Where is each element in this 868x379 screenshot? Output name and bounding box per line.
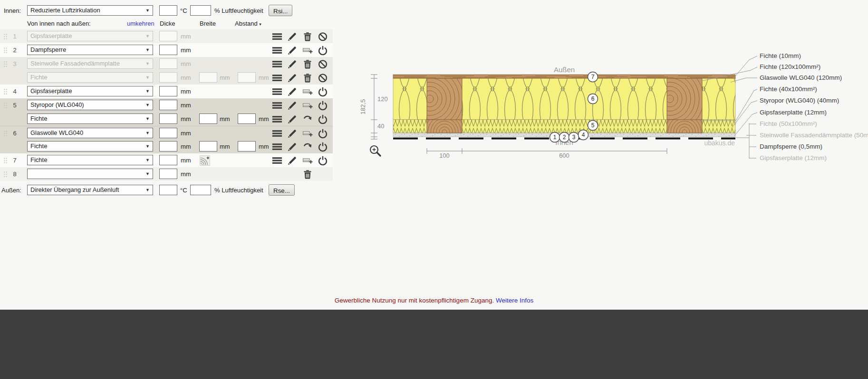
weitere-infos-link[interactable]: Weitere Infos (496, 297, 533, 304)
delete-icon[interactable] (302, 169, 313, 180)
insert-layer-icon[interactable] (302, 86, 313, 97)
material-select[interactable]: Gipsfaserplatte▼ (27, 86, 153, 96)
reverse-link[interactable]: umkehren (127, 20, 154, 27)
insert-layer-icon[interactable] (302, 128, 313, 139)
power-icon[interactable] (317, 45, 328, 56)
dicke-input[interactable] (159, 128, 177, 138)
direction-label: Von innen nach außen: (27, 20, 91, 27)
marker-1: 1 (553, 134, 557, 141)
layer-row-6-stud: Fichte▼ mm mm mm (0, 140, 333, 153)
material-select[interactable]: Fichte▼ (27, 155, 153, 165)
edit-icon[interactable] (287, 100, 298, 111)
delete-icon[interactable] (302, 59, 313, 69)
dicke-input[interactable] (159, 169, 177, 179)
breite-input[interactable] (199, 114, 217, 124)
drag-handle[interactable] (3, 61, 8, 67)
edit-icon[interactable] (287, 155, 298, 166)
drag-handle[interactable] (3, 33, 8, 40)
ban-icon[interactable] (317, 31, 328, 42)
abstand-input[interactable] (238, 114, 256, 124)
power-icon[interactable] (317, 114, 328, 124)
edit-icon[interactable] (287, 73, 298, 83)
edit-icon[interactable] (287, 114, 298, 124)
material-select[interactable]: Fichte▼ (27, 72, 153, 83)
delete-icon[interactable] (302, 31, 313, 42)
material-select[interactable]: Gipsfaserplatte▼ (27, 31, 153, 41)
layer-menu-icon[interactable] (271, 45, 283, 56)
layer-menu-icon[interactable] (271, 86, 283, 97)
edit-icon[interactable] (287, 45, 298, 56)
material-select[interactable]: ▼ (27, 169, 153, 179)
layer-row-3-stud: Fichte▼ mm mm mm (0, 71, 333, 85)
rse-button[interactable]: Rse... (269, 184, 295, 196)
edit-icon[interactable] (287, 142, 298, 152)
dicke-input[interactable] (159, 114, 177, 124)
edit-icon[interactable] (287, 59, 298, 69)
material-select[interactable]: Steinwolle Fassadendämmplatte▼ (27, 58, 153, 69)
edit-icon[interactable] (287, 128, 298, 139)
layer-row-3: 3 Steinwolle Fassadendämmplatte▼ mm (0, 57, 333, 71)
outside-humidity-input[interactable] (190, 185, 211, 195)
dicke-input[interactable] (159, 86, 177, 96)
abstand-input[interactable] (238, 72, 256, 83)
power-icon[interactable] (317, 128, 328, 139)
inside-humidity-input[interactable] (190, 5, 211, 16)
layer-menu-icon[interactable] (271, 114, 283, 124)
power-icon[interactable] (317, 155, 328, 166)
delete-icon[interactable] (302, 73, 313, 83)
wood-grain-add-icon[interactable] (199, 155, 211, 166)
layer-menu-icon[interactable] (271, 31, 283, 42)
rsi-button[interactable]: Rsi... (269, 5, 292, 16)
rotate-icon[interactable] (302, 142, 313, 152)
dicke-input[interactable] (159, 141, 177, 152)
material-select[interactable]: Styropor (WLG040)▼ (27, 100, 153, 110)
ban-icon[interactable] (317, 59, 328, 69)
layer-menu-icon[interactable] (271, 155, 283, 166)
insert-layer-icon[interactable] (302, 45, 313, 56)
drag-handle[interactable] (3, 88, 8, 95)
power-icon[interactable] (317, 86, 328, 97)
breite-input[interactable] (199, 141, 217, 152)
dicke-input[interactable] (159, 100, 177, 110)
dicke-input[interactable] (159, 45, 177, 55)
col-abstand[interactable]: Abstand ▾ (235, 20, 261, 27)
breite-input[interactable] (199, 72, 217, 83)
outside-temp-input[interactable] (159, 185, 177, 195)
drag-handle[interactable] (3, 157, 8, 164)
layer-menu-icon[interactable] (271, 128, 283, 139)
material-select[interactable]: Fichte▼ (27, 114, 153, 124)
material-select[interactable]: Dampfsperre▼ (27, 45, 153, 55)
dicke-input[interactable] (159, 31, 177, 41)
drag-handle[interactable] (3, 47, 8, 54)
power-icon[interactable] (317, 100, 328, 111)
zoom-in-icon[interactable] (370, 146, 380, 156)
inside-temp-input[interactable] (159, 5, 177, 16)
dicke-input[interactable] (159, 58, 177, 69)
layer-menu-icon[interactable] (271, 73, 283, 83)
rotate-icon[interactable] (302, 114, 313, 124)
layer-number: 7 (10, 157, 19, 164)
edit-icon[interactable] (287, 86, 298, 97)
edit-icon[interactable] (287, 31, 298, 42)
material-select[interactable]: Glaswolle WLG040▼ (27, 128, 153, 138)
chevron-down-icon: ▾ (259, 22, 261, 27)
drag-handle[interactable] (3, 171, 8, 178)
material-select[interactable]: Fichte▼ (27, 141, 153, 152)
drag-handle[interactable] (3, 102, 8, 109)
power-icon[interactable] (317, 142, 328, 152)
layer-menu-icon[interactable] (271, 59, 283, 69)
marker-4: 4 (582, 132, 585, 138)
label-fichte-120x100: Fichte (120x100mm²) (760, 63, 820, 70)
inside-climate-select[interactable]: Reduzierte Luftzirkulation▼ (27, 5, 153, 16)
outside-climate-select[interactable]: Direkter Übergang zur Außenluft▼ (27, 185, 153, 195)
insert-layer-icon[interactable] (302, 100, 313, 111)
drag-handle[interactable] (3, 130, 8, 137)
insert-layer-icon[interactable] (302, 155, 313, 166)
layer-row-8: 8 ▼ mm (0, 167, 333, 181)
layer-menu-icon[interactable] (271, 142, 283, 152)
dicke-input[interactable] (159, 155, 177, 165)
ban-icon[interactable] (317, 73, 328, 83)
layer-menu-icon[interactable] (271, 100, 283, 111)
dicke-input[interactable] (159, 72, 177, 83)
abstand-input[interactable] (238, 141, 256, 152)
